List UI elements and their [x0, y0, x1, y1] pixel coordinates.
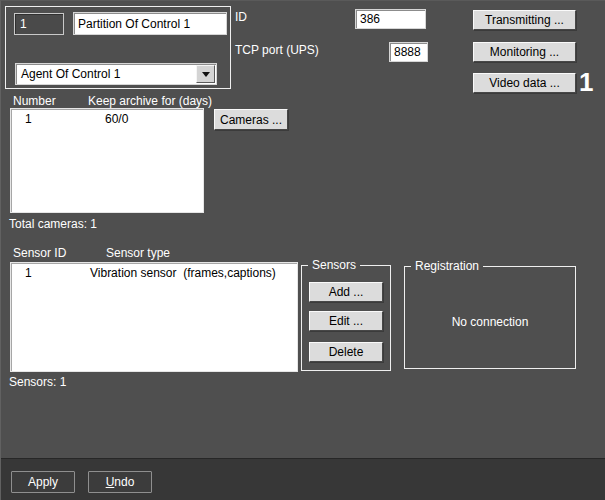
registration-groupbox: Registration No connection [404, 266, 576, 369]
camera-column-archive: Keep archive for (days) [88, 95, 212, 108]
partition-id-field[interactable]: 1 [14, 13, 64, 35]
cameras-button[interactable]: Cameras ... [214, 109, 288, 130]
camera-list-row[interactable]: 1 60/0 [11, 112, 203, 128]
undo-button[interactable]: Undo [88, 471, 152, 493]
undo-button-accel: U [106, 475, 115, 489]
footer-bar: Apply Undo [1, 458, 605, 500]
sensor-type-cell: Vibration sensor (frames,captions) [90, 266, 276, 280]
add-sensor-button[interactable]: Add ... [309, 282, 383, 302]
total-cameras-label: Total cameras: 1 [9, 218, 97, 231]
partition-groupbox: 1 Agent Of Control 1 [5, 6, 231, 89]
edit-sensor-button[interactable]: Edit ... [309, 311, 383, 331]
monitoring-button[interactable]: Monitoring ... [473, 42, 576, 62]
sensors-count-label: Sensors: 1 [9, 376, 66, 389]
sensor-id-cell: 1 [25, 266, 32, 280]
camera-archive-cell: 60/0 [105, 112, 128, 126]
sensor-column-id: Sensor ID [13, 247, 66, 260]
undo-button-rest: ndo [114, 475, 134, 489]
agent-select[interactable]: Agent Of Control 1 [15, 63, 217, 85]
connection-status: No connection [405, 315, 575, 329]
sensor-column-type: Sensor type [106, 247, 170, 260]
registration-group-label: Registration [411, 259, 483, 273]
camera-number-cell: 1 [25, 112, 32, 126]
camera-column-number: Number [13, 95, 56, 108]
sensor-list-row[interactable]: 1 Vibration sensor (frames,captions) [11, 266, 297, 282]
camera-list[interactable]: 1 60/0 [10, 108, 204, 213]
delete-sensor-button[interactable]: Delete [309, 342, 383, 362]
sensor-list[interactable]: 1 Vibration sensor (frames,captions) [10, 262, 298, 372]
partition-name-input[interactable] [73, 12, 227, 35]
combo-dropdown-button[interactable] [196, 65, 215, 83]
transmitting-button[interactable]: Transmitting ... [473, 10, 576, 30]
id-input[interactable] [355, 9, 426, 29]
sensors-group-label: Sensors [308, 258, 360, 272]
id-label: ID [235, 11, 247, 24]
video-data-button[interactable]: Video data ... [473, 73, 576, 93]
settings-panel: { "colors": { "panel_bg": "#4f4f4f", "fo… [0, 0, 605, 500]
chevron-down-icon [202, 72, 210, 77]
annotation-badge-1: 1 [579, 69, 593, 95]
tcp-port-label: TCP port (UPS) [235, 44, 319, 57]
tcp-port-input[interactable] [389, 42, 428, 62]
agent-select-value: Agent Of Control 1 [21, 67, 120, 81]
apply-button[interactable]: Apply [11, 471, 75, 493]
